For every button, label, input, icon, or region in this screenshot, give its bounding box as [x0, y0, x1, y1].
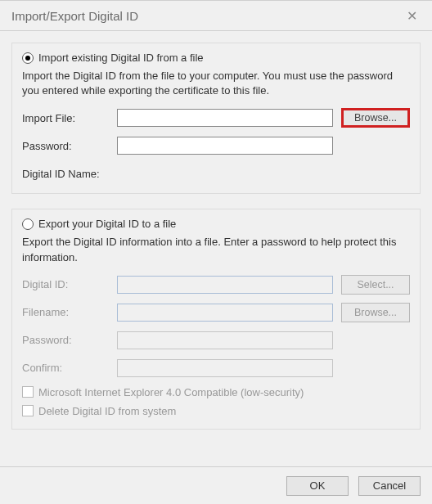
import-description: Import the Digital ID from the file to y…	[22, 69, 410, 98]
export-filename-label: Filename:	[22, 306, 117, 318]
digital-id-name-label: Digital ID Name:	[22, 168, 100, 180]
export-browse-button: Browse...	[341, 303, 410, 322]
dialog-footer: OK Cancel	[0, 466, 432, 504]
export-digital-id-label: Digital ID:	[22, 278, 117, 290]
dialog-window: Import/Export Digital ID ✕ Import existi…	[0, 0, 432, 504]
export-confirm-input	[117, 359, 333, 377]
export-filename-input	[117, 304, 333, 322]
import-group: Import existing Digital ID from a file I…	[11, 43, 421, 194]
import-browse-button[interactable]: Browse...	[341, 108, 410, 128]
import-password-label: Password:	[22, 140, 117, 152]
delete-digital-id-checkbox	[22, 405, 34, 416]
export-description: Export the Digital ID information into a…	[22, 235, 410, 264]
export-password-label: Password:	[22, 334, 117, 346]
ie4-compatible-checkbox	[22, 386, 34, 398]
import-radio[interactable]	[22, 52, 34, 64]
close-icon[interactable]: ✕	[400, 5, 424, 27]
dialog-title: Import/Export Digital ID	[11, 9, 138, 23]
dialog-content: Import existing Digital ID from a file I…	[0, 31, 432, 466]
export-confirm-label: Confirm:	[22, 362, 117, 374]
export-radio-label: Export your Digital ID to a file	[38, 218, 176, 230]
import-password-input[interactable]	[117, 137, 333, 155]
export-digital-id-input	[117, 276, 333, 294]
export-password-input	[117, 331, 333, 349]
import-file-input[interactable]	[117, 109, 333, 127]
cancel-button[interactable]: Cancel	[358, 476, 421, 496]
delete-digital-id-label: Delete Digital ID from system	[38, 405, 176, 417]
export-select-button: Select...	[341, 275, 410, 295]
export-group: Export your Digital ID to a file Export …	[11, 209, 421, 429]
export-radio[interactable]	[22, 218, 34, 230]
import-file-label: Import File:	[22, 112, 117, 124]
ie4-compatible-label: Microsoft Internet Explorer 4.0 Compatib…	[38, 386, 304, 398]
ok-button[interactable]: OK	[286, 476, 349, 496]
titlebar: Import/Export Digital ID ✕	[0, 0, 432, 31]
import-radio-label: Import existing Digital ID from a file	[38, 52, 204, 64]
